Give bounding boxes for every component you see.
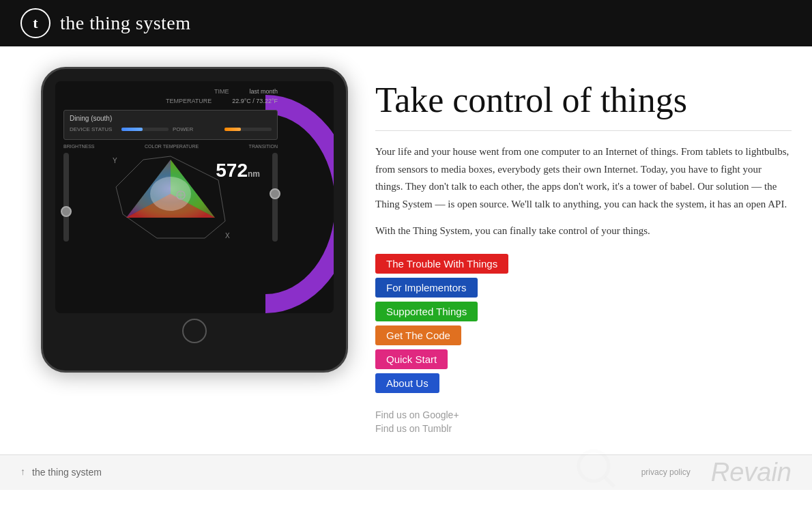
main-content: TIME last month TEMPERATURE 22.9°C / 73.… (0, 46, 812, 454)
footer-left: ↑ the thing system (20, 467, 102, 478)
device-status-bar (121, 128, 169, 131)
cie-diagram: Y X 572nm (74, 153, 267, 242)
device-status-fill (121, 128, 143, 131)
device-panel: Dining (south) DEVICE STATUS POWER (63, 110, 278, 140)
nav-button-4[interactable]: Quick Start (375, 349, 448, 369)
logo-letter: t (33, 14, 38, 32)
footer-ghost-logo (573, 447, 621, 498)
nav-button-1[interactable]: For Implementors (375, 278, 478, 298)
footer: ↑ the thing system privacy policy Revain (0, 454, 812, 490)
temp-value: 22.9°C / 73.22°F (232, 98, 278, 104)
description-1: Your life and your house went from one c… (375, 143, 792, 213)
svg-point-11 (579, 451, 609, 481)
power-bar (224, 128, 272, 131)
transition-thumb (270, 188, 280, 199)
power-label: POWER (173, 126, 220, 132)
main-heading: Take control of things (375, 81, 792, 131)
footer-up-arrow: ↑ (20, 467, 25, 478)
social-link-1[interactable]: Find us on Tumblr (375, 423, 792, 434)
color-temp-label: COLOR TEMPERATURE (145, 144, 199, 149)
social-links: Find us on Google+Find us on Tumblr (375, 409, 792, 434)
temp-label: TEMPERATURE (166, 98, 212, 104)
color-section: Y X 572nm (63, 153, 278, 242)
right-content: Take control of things Your life and you… (375, 67, 792, 434)
screen-content: TIME last month TEMPERATURE 22.9°C / 73.… (55, 81, 334, 313)
svg-line-12 (605, 477, 614, 487)
revain-watermark: Revain (711, 458, 792, 487)
tablet-screen: TIME last month TEMPERATURE 22.9°C / 73.… (55, 81, 334, 313)
brightness-slider[interactable] (63, 153, 69, 242)
nav-button-5[interactable]: About Us (375, 373, 439, 393)
transition-slider[interactable] (272, 153, 278, 242)
brightness-thumb (61, 206, 72, 217)
site-title: the thing system (60, 12, 191, 34)
social-link-0[interactable]: Find us on Google+ (375, 409, 792, 420)
nm-display: 572nm (216, 160, 260, 182)
nav-button-2[interactable]: Supported Things (375, 302, 478, 321)
nm-unit: nm (248, 169, 260, 179)
header: t the thing system (0, 0, 812, 46)
nav-button-3[interactable]: Get The Code (375, 325, 461, 345)
device-status-row: DEVICE STATUS POWER (70, 126, 272, 132)
privacy-policy-link[interactable]: privacy policy (641, 467, 691, 477)
brightness-label: BRIGHTNESS (63, 144, 95, 149)
footer-right: privacy policy Revain (573, 447, 792, 498)
time-label: TIME (214, 88, 229, 95)
tablet-outer: TIME last month TEMPERATURE 22.9°C / 73.… (41, 67, 348, 373)
description-2: With the Thing System, you can finally t… (375, 222, 792, 240)
device-status-label: DEVICE STATUS (70, 126, 117, 132)
panel-title: Dining (south) (70, 115, 272, 122)
footer-title: the thing system (32, 467, 102, 478)
logo-circle: t (20, 8, 50, 38)
tablet-illustration: TIME last month TEMPERATURE 22.9°C / 73.… (41, 67, 348, 373)
power-fill (224, 128, 241, 131)
time-value: last month (249, 88, 278, 95)
nm-value: 572 (216, 160, 248, 181)
transition-label: TRANSITION (249, 144, 278, 149)
color-labels-row: BRIGHTNESS COLOR TEMPERATURE TRANSITION (63, 144, 278, 149)
ghost-q-svg (573, 447, 621, 491)
screen-time-row: TIME last month (63, 88, 278, 95)
tablet-home-button[interactable] (182, 319, 207, 343)
svg-text:Y: Y (113, 157, 117, 164)
nav-buttons: The Trouble With ThingsFor ImplementorsS… (375, 254, 792, 393)
nav-button-0[interactable]: The Trouble With Things (375, 254, 508, 274)
svg-text:X: X (225, 232, 230, 240)
screen-temp-row: TEMPERATURE 22.9°C / 73.22°F (63, 98, 278, 104)
